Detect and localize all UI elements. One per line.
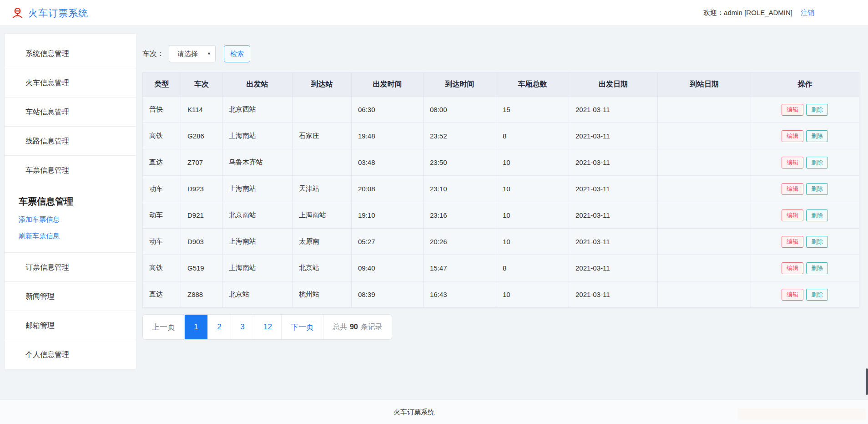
cell-depart-station: 上海南站 — [222, 123, 293, 149]
delete-button[interactable]: 删除 — [806, 289, 828, 301]
sidebar-section-link[interactable]: 刷新车票信息 — [19, 232, 136, 240]
cell-arrive-date — [658, 149, 751, 176]
cell-arrive-station: 上海南站 — [293, 202, 352, 229]
cell-arrive-station — [293, 149, 352, 176]
search-button[interactable]: 检索 — [224, 45, 250, 62]
faded-overlay-artifact — [738, 409, 866, 420]
cell-arrive-date — [658, 97, 751, 123]
sidebar-section-link[interactable]: 添加车票信息 — [19, 215, 136, 224]
cell-type: 普快 — [143, 97, 181, 123]
cell-depart-station: 乌鲁木齐站 — [222, 149, 293, 176]
cell-type: 动车 — [143, 202, 181, 229]
cell-arrive-station — [293, 97, 352, 123]
pagination-page-12[interactable]: 12 — [254, 315, 282, 339]
delete-button[interactable]: 删除 — [806, 183, 828, 195]
cell-arrive-station: 天津站 — [293, 176, 352, 202]
table-row: 直达Z707乌鲁木齐站03:4823:50102021-03-11编辑删除 — [143, 149, 859, 176]
table-row: 高铁G519上海南站北京站09:4015:4782021-03-11编辑删除 — [143, 255, 859, 281]
cell-arrive-date — [658, 202, 751, 229]
sidebar-item[interactable]: 订票信息管理 — [5, 253, 136, 282]
cell-depart-station: 上海南站 — [222, 176, 293, 202]
logout-link[interactable]: 注销 — [801, 9, 814, 17]
cell-depart-time: 20:08 — [352, 176, 424, 202]
cell-depart-station: 北京西站 — [222, 97, 293, 123]
delete-button[interactable]: 删除 — [806, 130, 828, 142]
edit-button[interactable]: 编辑 — [782, 157, 803, 169]
pagination-prev-button[interactable]: 上一页 — [143, 315, 185, 339]
edit-button[interactable]: 编辑 — [782, 104, 803, 116]
filter-bar: 车次： 请选择 ▼ 检索 — [142, 45, 859, 62]
cell-arrive-station: 太原南 — [293, 229, 352, 255]
pagination-total: 总共90条记录 — [323, 315, 392, 339]
column-header: 出发日期 — [569, 72, 658, 97]
cell-depart-date: 2021-03-11 — [569, 255, 658, 281]
train-select[interactable]: 请选择 ▼ — [169, 45, 216, 62]
sidebar-item[interactable]: 线路信息管理 — [5, 127, 136, 156]
cell-carriage-count: 10 — [496, 176, 569, 202]
pagination-page-3[interactable]: 3 — [231, 315, 254, 339]
cell-arrive-station: 杭州站 — [293, 281, 352, 308]
pagination: 上一页12312下一页总共90条记录 — [142, 314, 392, 340]
cell-train-no: G286 — [181, 123, 222, 149]
edit-button[interactable]: 编辑 — [782, 262, 803, 274]
sidebar-item[interactable]: 个人信息管理 — [5, 340, 136, 369]
train-select-value: 请选择 — [177, 50, 198, 58]
china-railway-logo-icon — [11, 7, 24, 19]
table-row: 高铁G286上海南站石家庄19:4823:5282021-03-11编辑删除 — [143, 123, 859, 149]
sidebar-active-section: 车票信息管理 添加车票信息刷新车票信息 — [5, 184, 136, 253]
ticket-table: 类型车次出发站到达站出发时间到达时间车厢总数出发日期到站日期操作 普快K114北… — [142, 72, 859, 308]
cell-actions: 编辑删除 — [751, 255, 859, 281]
cell-depart-station: 上海南站 — [222, 229, 293, 255]
cell-train-no: Z707 — [181, 149, 222, 176]
table-row: 普快K114北京西站06:3008:00152021-03-11编辑删除 — [143, 97, 859, 123]
cell-arrive-time: 16:43 — [424, 281, 496, 308]
cell-arrive-time: 23:52 — [424, 123, 496, 149]
cell-type: 动车 — [143, 176, 181, 202]
edit-button[interactable]: 编辑 — [782, 209, 803, 221]
cell-arrive-time: 23:10 — [424, 176, 496, 202]
delete-button[interactable]: 删除 — [806, 262, 828, 274]
cell-type: 动车 — [143, 229, 181, 255]
table-row: 直达Z888北京站杭州站08:3916:43102021-03-11编辑删除 — [143, 281, 859, 308]
edit-button[interactable]: 编辑 — [782, 236, 803, 248]
sidebar-item[interactable]: 新闻管理 — [5, 282, 136, 311]
pagination-next-button[interactable]: 下一页 — [282, 315, 323, 339]
sidebar-item[interactable]: 车站信息管理 — [5, 97, 136, 127]
vertical-scrollbar-thumb[interactable] — [866, 368, 868, 395]
cell-arrive-time: 23:16 — [424, 202, 496, 229]
column-header: 到达站 — [293, 72, 352, 97]
cell-depart-time: 06:30 — [352, 97, 424, 123]
app-title: 火车订票系统 — [28, 7, 88, 20]
sidebar-section-title: 车票信息管理 — [19, 195, 136, 208]
edit-button[interactable]: 编辑 — [782, 183, 803, 195]
cell-carriage-count: 10 — [496, 281, 569, 308]
cell-depart-date: 2021-03-11 — [569, 97, 658, 123]
sidebar-item[interactable]: 火车信息管理 — [5, 68, 136, 97]
cell-depart-time: 09:40 — [352, 255, 424, 281]
cell-train-no: D921 — [181, 202, 222, 229]
cell-arrive-time: 08:00 — [424, 97, 496, 123]
pagination-page-2[interactable]: 2 — [208, 315, 231, 339]
brand[interactable]: 火车订票系统 — [11, 0, 88, 26]
cell-arrive-time: 23:50 — [424, 149, 496, 176]
column-header: 操作 — [751, 72, 859, 97]
delete-button[interactable]: 删除 — [806, 104, 828, 116]
cell-type: 直达 — [143, 149, 181, 176]
edit-button[interactable]: 编辑 — [782, 289, 803, 301]
sidebar-item[interactable]: 邮箱管理 — [5, 311, 136, 340]
column-header: 车厢总数 — [496, 72, 569, 97]
cell-depart-station: 北京站 — [222, 281, 293, 308]
delete-button[interactable]: 删除 — [806, 236, 828, 248]
sidebar-item[interactable]: 系统信息管理 — [5, 39, 136, 68]
cell-arrive-date — [658, 229, 751, 255]
cell-carriage-count: 15 — [496, 97, 569, 123]
pagination-page-1[interactable]: 1 — [185, 315, 208, 339]
table-row: 动车D923上海南站天津站20:0823:10102021-03-11编辑删除 — [143, 176, 859, 202]
sidebar-item[interactable]: 车票信息管理 — [5, 156, 136, 184]
delete-button[interactable]: 删除 — [806, 209, 828, 221]
cell-depart-time: 19:10 — [352, 202, 424, 229]
delete-button[interactable]: 删除 — [806, 157, 828, 169]
edit-button[interactable]: 编辑 — [782, 130, 803, 142]
cell-train-no: G519 — [181, 255, 222, 281]
cell-arrive-date — [658, 123, 751, 149]
